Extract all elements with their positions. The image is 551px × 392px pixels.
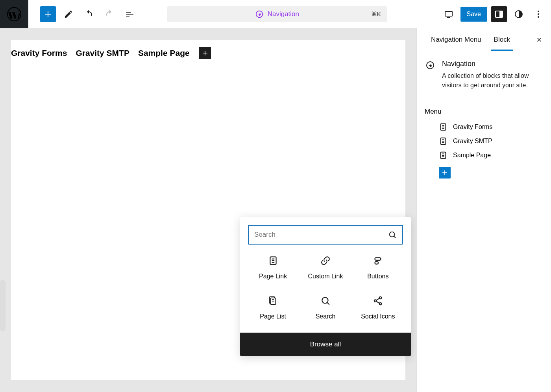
block-option-page-list[interactable]: Page List [248,296,298,320]
settings-sidebar: Navigation Menu Block Navigation A colle… [416,28,551,392]
search-icon [320,296,331,306]
block-option-search[interactable]: Search [300,296,350,320]
add-menu-item-button[interactable] [439,167,451,179]
navigation-block[interactable]: Gravity Forms Gravity SMTP Sample Page [11,44,405,62]
menu-item[interactable]: Sample Page [439,151,543,160]
menu-item[interactable]: Gravity Forms [439,123,543,131]
block-option-buttons[interactable]: Buttons [353,256,403,280]
settings-sidebar-toggle[interactable] [491,6,507,22]
kbd-shortcut: ⌘K [371,11,381,18]
block-description: A collection of blocks that allow visito… [442,71,543,90]
link-icon [320,256,331,266]
nav-item[interactable]: Gravity SMTP [76,48,129,58]
share-icon [373,296,383,306]
block-option-label: Custom Link [308,273,343,280]
tab-block[interactable]: Block [488,28,517,51]
toggle-block-inserter[interactable] [40,6,56,22]
tab-navigation-menu[interactable]: Navigation Menu [425,28,488,51]
redo-button[interactable] [102,6,117,22]
page-list-icon [268,296,278,306]
compass-icon [255,10,264,18]
options-button[interactable] [531,6,546,22]
browse-all-button[interactable]: Browse all [240,333,411,356]
page-icon [268,256,278,266]
block-option-label: Social Icons [361,313,395,320]
block-search-input[interactable] [254,231,388,239]
styles-button[interactable] [511,6,527,22]
block-option-label: Page Link [259,273,287,280]
block-option-page-link[interactable]: Page Link [248,256,298,280]
page-icon [439,151,447,160]
add-block-button[interactable] [199,47,211,59]
tools-button[interactable] [61,6,76,22]
nav-item[interactable]: Gravity Forms [11,48,67,58]
undo-button[interactable] [81,6,97,22]
document-overview-button[interactable] [122,6,138,22]
search-icon [388,230,397,239]
menu-item-label: Gravity Forms [453,123,492,131]
nav-item[interactable]: Sample Page [138,48,190,58]
buttons-icon [373,256,383,266]
view-button[interactable] [441,6,457,22]
menu-heading: Menu [425,108,543,116]
block-option-label: Search [316,313,336,320]
page-icon [439,123,447,131]
block-option-label: Page List [260,313,286,320]
quick-inserter-popover: Page Link Custom Link Buttons Page List [240,217,411,356]
block-option-social-icons[interactable]: Social Icons [353,296,403,320]
wordpress-logo[interactable] [0,0,28,28]
command-bar[interactable]: Navigation ⌘K [167,6,387,22]
block-search[interactable] [248,225,403,245]
block-option-label: Buttons [367,273,388,280]
document-title: Navigation [268,10,299,18]
page-icon [439,137,447,145]
block-option-custom-link[interactable]: Custom Link [300,256,350,280]
close-sidebar-button[interactable] [534,34,545,45]
menu-item[interactable]: Gravity SMTP [439,137,543,145]
menu-item-label: Gravity SMTP [453,138,492,145]
compass-icon [425,60,436,71]
save-button[interactable]: Save [460,7,487,22]
block-title: Navigation [442,60,543,68]
menu-item-label: Sample Page [453,152,491,159]
scrollbar[interactable] [0,280,6,331]
